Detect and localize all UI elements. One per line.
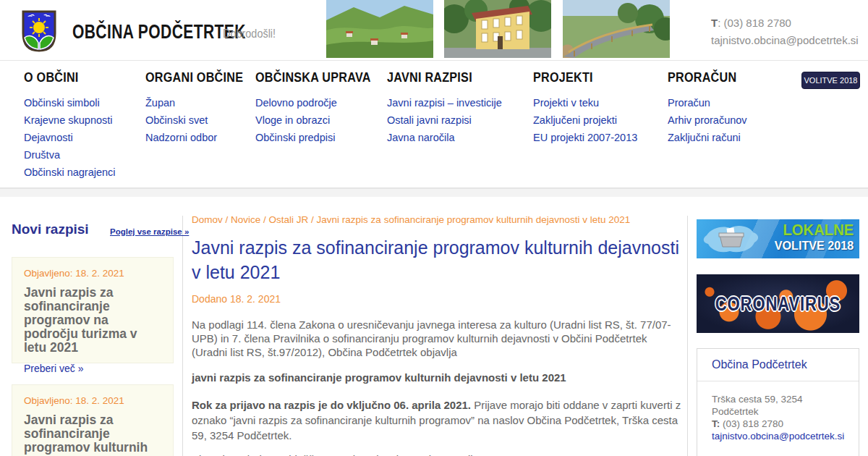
contact-address: Trška cesta 59, 3254 Podčetrtek — [712, 393, 844, 418]
nav-link[interactable]: Dejavnosti — [24, 129, 116, 146]
header-photo-municipality-building — [444, 0, 551, 58]
article-paragraph-bold: javni razpis za sofinanciranje programov… — [192, 371, 685, 384]
breadcrumb-novice[interactable]: Novice — [231, 214, 260, 225]
nav-link[interactable]: Občinski nagrajenci — [24, 164, 116, 181]
header: OBČINA PODČETRTEK Dobrodošli! — [0, 0, 868, 61]
nav-link[interactable]: Občinski svet — [145, 111, 260, 129]
main-navigation: O OBČINI Občinski simboli Krajevne skupn… — [0, 61, 868, 188]
volitve-2018-button[interactable]: VOLITVE 2018 — [801, 72, 860, 89]
contact-phone: T: (03) 818 2780 — [712, 418, 844, 430]
news-card[interactable]: Objavljeno: 18. 2. 2021 Javni razpis za … — [12, 257, 174, 363]
nav-link[interactable]: Ostali javni razpisi — [387, 111, 502, 129]
banner-volitve-text: LOKALNE VOLITVE 2018 — [770, 222, 854, 252]
breadcrumb-current: Javni razpis za sofinanciranje programov… — [317, 214, 631, 225]
nav-link[interactable]: Občinski simboli — [24, 94, 116, 111]
lokalne-volitve-2018-banner[interactable]: LOKALNE VOLITVE 2018 — [697, 219, 859, 258]
news-title[interactable]: Javni razpis za sofinanciranje programov… — [24, 413, 161, 456]
nav-link[interactable]: Arhiv proračunov — [668, 111, 749, 129]
news-published-date: Objavljeno: 18. 2. 2021 — [24, 395, 161, 406]
nav-link[interactable]: Delovno področje — [255, 94, 391, 111]
nav-link[interactable]: Projekti v teku — [533, 94, 637, 111]
nav-link[interactable]: Vloge in obrazci — [255, 111, 391, 129]
nav-link[interactable]: Proračun — [668, 94, 749, 111]
coronavirus-banner-text: CORONAVIRUS — [711, 293, 845, 316]
article-paragraph: Rok za prijavo na razpis je do vključno … — [192, 397, 685, 443]
read-more-link[interactable]: Preberi več » — [24, 363, 83, 374]
site-title[interactable]: OBČINA PODČETRTEK — [72, 21, 246, 43]
article-paragraph: Vloge bo odprla pooblaščena oseba v javn… — [192, 452, 685, 456]
nav-link[interactable]: Društva — [24, 146, 116, 164]
nav-heading[interactable]: ORGANI OBČINE — [145, 69, 243, 85]
divider-left — [182, 216, 183, 456]
contact-box: Občina Podčetrtek Trška cesta 59, 3254 P… — [697, 348, 859, 456]
coronavirus-banner[interactable]: CORONAVIRUS — [697, 274, 859, 333]
breadcrumb-home[interactable]: Domov — [192, 214, 223, 225]
news-card[interactable]: Objavljeno: 18. 2. 2021 Javni razpis za … — [12, 384, 174, 456]
nav-heading[interactable]: JAVNI RAZPISI — [387, 69, 472, 85]
nav-link[interactable]: Krajevne skupnosti — [24, 111, 116, 129]
divider-right — [687, 216, 688, 456]
banner-volitve-line1: LOKALNE — [783, 222, 854, 238]
nav-link[interactable]: EU projekti 2007-2013 — [533, 129, 637, 146]
page: OBČINA PODČETRTEK Dobrodošli! — [0, 0, 868, 456]
contact-box-title: Občina Podčetrtek — [697, 349, 859, 381]
banner-volitve-line2: VOLITVE 2018 — [774, 240, 854, 252]
phone-label: T — [711, 17, 718, 29]
article-date: Dodano 18. 2. 2021 — [192, 293, 685, 305]
view-all-razpisi-link[interactable]: Poglej vse razpise » — [110, 227, 174, 236]
nav-link[interactable]: Občinski predpisi — [255, 129, 391, 146]
nav-link[interactable]: Zaključni računi — [668, 129, 749, 146]
nav-heading[interactable]: O OBČINI — [24, 69, 79, 85]
contact-email-link[interactable]: tajnistvo.obcina@podcetrtek.si — [712, 431, 844, 442]
nav-column-organi-obcine: ORGANI OBČINE Župan Občinski svet Nadzor… — [145, 69, 260, 146]
breadcrumb-ostali-jr[interactable]: Ostali JR — [269, 214, 309, 225]
news-published-date: Objavljeno: 18. 2. 2021 — [24, 268, 161, 279]
nav-link[interactable]: Javna naročila — [387, 129, 502, 146]
nav-column-o-obcini: O OBČINI Občinski simboli Krajevne skupn… — [24, 69, 116, 181]
sidebar-title: Novi razpisi — [12, 221, 89, 237]
right-sidebar: LOKALNE VOLITVE 2018 CORONAVIRUS Občina … — [697, 219, 859, 456]
nav-link[interactable]: Javni razpisi – investicije — [387, 94, 502, 111]
header-phone: T: (03) 818 2780 — [711, 14, 859, 32]
nav-heading[interactable]: OBČINSKA UPRAVA — [255, 69, 371, 85]
municipality-coat-of-arms-logo[interactable] — [22, 10, 56, 52]
nav-column-javni-razpisi: JAVNI RAZPISI Javni razpisi – investicij… — [387, 69, 502, 146]
deadline-text: Rok za prijavo na razpis je do vključno … — [192, 399, 471, 411]
welcome-text: Dobrodošli! — [223, 27, 276, 41]
separator-band — [0, 188, 868, 197]
slovenia-map-ballot-icon — [698, 221, 778, 258]
page-title: Javni razpis za sofinanciranje programov… — [192, 235, 685, 284]
nav-column-projekti: PROJEKTI Projekti v teku Zaključeni proj… — [533, 69, 637, 146]
header-email-link[interactable]: tajnistvo.obcina@podcetrtek.si — [711, 34, 859, 46]
header-contact: T: (03) 818 2780 tajnistvo.obcina@podcet… — [711, 14, 859, 49]
nav-link[interactable]: Župan — [145, 94, 260, 111]
nav-heading[interactable]: PROJEKTI — [533, 69, 593, 85]
nav-column-proracun: PRORAČUN Proračun Arhiv proračunov Zaklj… — [668, 69, 749, 146]
nav-link[interactable]: Nadzorni odbor — [145, 129, 260, 146]
nav-heading[interactable]: PRORAČUN — [668, 69, 736, 85]
breadcrumb: Domov / Novice / Ostali JR / Javni razpi… — [192, 214, 685, 225]
header-photo-road — [563, 0, 670, 58]
article-paragraph: Na podlagi 114. člena Zakona o uresničev… — [192, 318, 685, 359]
nav-link[interactable]: Zaključeni projekti — [533, 111, 637, 129]
article: Domov / Novice / Ostali JR / Javni razpi… — [192, 214, 685, 456]
news-title[interactable]: Javni razpis za sofinanciranje programov… — [24, 286, 161, 355]
header-photo-hillside — [326, 0, 433, 58]
contact-box-body: Trška cesta 59, 3254 Podčetrtek T: (03) … — [697, 381, 859, 456]
nav-column-obcinska-uprava: OBČINSKA UPRAVA Delovno področje Vloge i… — [255, 69, 391, 146]
